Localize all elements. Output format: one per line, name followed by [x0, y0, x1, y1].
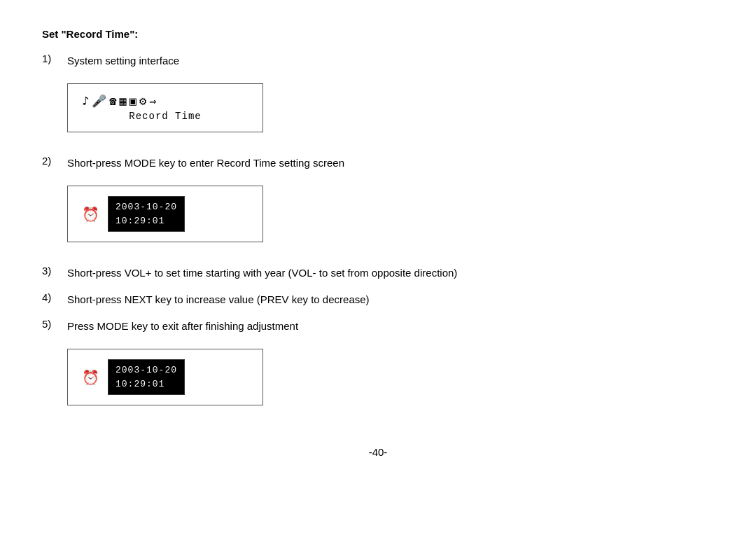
step-4-content: Short-press NEXT key to increase value (…: [67, 291, 714, 308]
icon-arrow: ⇒: [149, 94, 156, 108]
list-item: 4) Short-press NEXT key to increase valu…: [42, 291, 714, 308]
icon-camera: ▦: [120, 94, 127, 108]
step-number-5: 5): [42, 318, 67, 330]
list-item: 5) Press MODE key to exit after finishin…: [42, 318, 714, 418]
datetime-line1: 2003-10-20: [115, 200, 177, 214]
step-5-content: Press MODE key to exit after finishing a…: [67, 318, 714, 418]
step-number-2: 2): [42, 155, 67, 167]
icon-settings: ⚙: [139, 94, 146, 108]
clock-icon: ⏰: [82, 206, 99, 223]
list-item: 2) Short-press MODE key to enter Record …: [42, 155, 714, 255]
step-1-box: ♪ 🎤 ☎ ▦ ▣ ⚙ ⇒ Record Time: [67, 76, 714, 139]
step-4-text: Short-press NEXT key to increase value (…: [67, 291, 714, 308]
datetime-line2-b: 10:29:01: [115, 377, 177, 391]
lcd-inverted-display: 2003-10-20 10:29:01: [108, 196, 185, 232]
icon-music: ♪: [82, 94, 89, 108]
icon-folder: ▣: [130, 94, 136, 108]
step-5-text: Press MODE key to exit after finishing a…: [67, 318, 714, 335]
lcd-datetime-row-2: ⏰ 2003-10-20 10:29:01: [82, 359, 248, 395]
step-number-1: 1): [42, 53, 67, 64]
icon-mic: 🎤: [92, 94, 106, 108]
step-1-content: System setting interface ♪ 🎤 ☎ ▦ ▣ ⚙: [67, 53, 714, 145]
step-2-box: ⏰ 2003-10-20 10:29:01: [67, 179, 714, 249]
section-title: Set "Record Time":: [42, 28, 714, 40]
numbered-list: 1) System setting interface ♪ 🎤 ☎ ▦ ▣: [42, 53, 714, 418]
clock-icon-2: ⏰: [82, 369, 99, 386]
list-item: 3) Short-press VOL+ to set time starting…: [42, 265, 714, 282]
step-1-text: System setting interface: [67, 53, 714, 69]
step-3-text: Short-press VOL+ to set time starting wi…: [67, 265, 714, 282]
lcd-icon-set: ♪ 🎤 ☎ ▦ ▣ ⚙ ⇒: [82, 94, 157, 108]
step-5-box: ⏰ 2003-10-20 10:29:01: [67, 342, 714, 412]
step-2-text: Short-press MODE key to enter Record Tim…: [67, 155, 714, 172]
datetime-line1-b: 2003-10-20: [115, 363, 177, 377]
lcd-datetime-screen: ⏰ 2003-10-20 10:29:01: [67, 186, 263, 242]
icon-bell: ☎: [109, 94, 116, 108]
page-content: Set "Record Time": 1) System setting int…: [42, 28, 714, 458]
lcd-menu-label: Record Time: [82, 111, 248, 122]
step-number-4: 4): [42, 291, 67, 303]
step-3-content: Short-press VOL+ to set time starting wi…: [67, 265, 714, 282]
lcd-datetime-row: ⏰ 2003-10-20 10:29:01: [82, 196, 248, 232]
lcd-menu-screen: ♪ 🎤 ☎ ▦ ▣ ⚙ ⇒ Record Time: [67, 83, 263, 132]
lcd-inverted-display-2: 2003-10-20 10:29:01: [108, 359, 185, 395]
list-item: 1) System setting interface ♪ 🎤 ☎ ▦ ▣: [42, 53, 714, 145]
datetime-line2: 10:29:01: [115, 214, 177, 228]
lcd-datetime-screen-2: ⏰ 2003-10-20 10:29:01: [67, 349, 263, 405]
lcd-icons-row: ♪ 🎤 ☎ ▦ ▣ ⚙ ⇒: [82, 94, 248, 108]
step-2-content: Short-press MODE key to enter Record Tim…: [67, 155, 714, 255]
step-number-3: 3): [42, 265, 67, 277]
page-number: -40-: [42, 446, 714, 458]
